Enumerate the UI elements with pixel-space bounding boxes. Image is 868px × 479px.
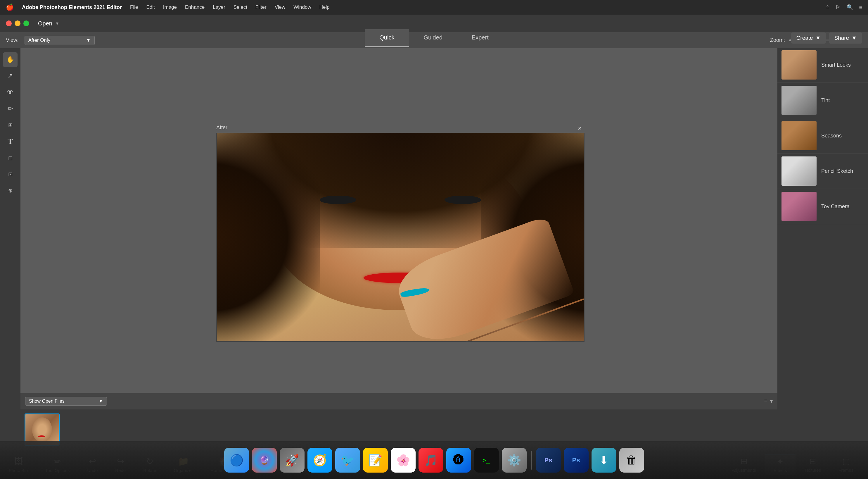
effect-thumb-smart-looks <box>781 50 816 80</box>
view-value: After Only <box>28 37 51 43</box>
tool-straighten[interactable]: ↗ <box>3 69 18 83</box>
show-open-files-arrow: ▼ <box>98 398 103 404</box>
music-icon: 🎵 <box>424 454 438 467</box>
effect-item-smart-looks[interactable]: Smart Looks <box>777 48 868 83</box>
dock-pse-blue[interactable]: Ps <box>564 448 589 473</box>
left-tool-panel: ✋ ↗ 👁 ✏ ⊞ T ◻ ⊡ ⊕ <box>0 48 21 450</box>
effect-item-seasons[interactable]: Seasons <box>777 118 868 153</box>
menu-edit[interactable]: Edit <box>146 4 155 10</box>
tool-eraser[interactable]: ◻ <box>3 151 18 165</box>
show-open-files-value: Show Open Files <box>29 398 65 404</box>
effect-item-tint[interactable]: Tint <box>777 83 868 118</box>
dock-safari[interactable]: 🧭 <box>307 448 332 473</box>
menu-window[interactable]: Window <box>293 4 311 10</box>
create-button[interactable]: Create ▼ <box>791 32 826 43</box>
tool-crop[interactable]: ⊞ <box>3 118 18 132</box>
create-arrow: ▼ <box>815 35 821 41</box>
flag-icon: 🏳 <box>836 4 841 10</box>
tab-guided[interactable]: Guided <box>409 29 457 47</box>
tab-expert[interactable]: Expert <box>457 29 503 47</box>
menu-help[interactable]: Help <box>319 4 330 10</box>
search-menubar-icon[interactable]: 🔍 <box>847 4 853 10</box>
dock-music[interactable]: 🎵 <box>418 448 443 473</box>
view-dropdown[interactable]: After Only ▼ <box>25 36 95 45</box>
effect-label-seasons: Seasons <box>821 133 842 139</box>
photo-bin-icons: ≡ ▾ <box>764 398 773 405</box>
open-dropdown-arrow: ▼ <box>55 21 59 26</box>
share-button[interactable]: Share ▼ <box>829 32 862 43</box>
photos-icon: 🌸 <box>396 454 410 467</box>
dock-siri[interactable]: 🔮 <box>252 448 277 473</box>
dock-rocketship[interactable]: 🚀 <box>280 448 305 473</box>
minimize-window-button[interactable] <box>14 21 21 26</box>
menu-layer[interactable]: Layer <box>213 4 225 10</box>
eye-left <box>320 196 356 204</box>
terminal-icon: >_ <box>483 456 490 464</box>
effect-item-pencil-sketch[interactable]: Pencil Sketch <box>777 153 868 189</box>
maximize-window-button[interactable] <box>23 21 29 26</box>
tool-text[interactable]: T <box>3 134 18 149</box>
view-dropdown-arrow: ▼ <box>86 37 91 43</box>
dock-terminal[interactable]: >_ <box>474 448 499 473</box>
rocketship-icon: 🚀 <box>285 454 299 467</box>
controls-icon: ≡ <box>859 4 862 10</box>
appstore-icon: 🅐 <box>453 454 464 467</box>
tool-move[interactable]: ⊕ <box>3 183 18 198</box>
effect-item-toy-camera[interactable]: Toy Camera <box>777 189 868 224</box>
hair-left <box>216 133 320 341</box>
close-image-button[interactable]: × <box>578 125 582 132</box>
dock-appstore[interactable]: 🅐 <box>446 448 471 473</box>
open-button[interactable]: Open ▼ <box>38 20 59 27</box>
app-name: Adobe Photoshop Elements 2021 Editor <box>22 4 122 10</box>
dock-photos[interactable]: 🌸 <box>391 448 415 473</box>
apple-menu[interactable]: 🍎 <box>6 3 14 11</box>
tab-quick[interactable]: Quick <box>365 29 409 47</box>
effect-label-tint: Tint <box>821 97 830 103</box>
menu-select[interactable]: Select <box>234 4 247 10</box>
effect-label-pencil-sketch: Pencil Sketch <box>821 168 853 174</box>
effect-label-toy-camera: Toy Camera <box>821 204 849 210</box>
effect-label-smart-looks: Smart Looks <box>821 62 851 68</box>
title-bar: Open ▼ Quick Guided Expert Create ▼ Shar… <box>0 14 868 32</box>
eye-right <box>444 196 482 204</box>
dock-divider <box>531 451 532 470</box>
bin-list-icon[interactable]: ≡ <box>764 398 767 405</box>
dock-system-prefs[interactable]: ⚙️ <box>502 448 527 473</box>
effect-thumb-seasons <box>781 121 816 150</box>
close-window-button[interactable] <box>6 21 12 26</box>
menu-file[interactable]: File <box>130 4 138 10</box>
mode-tabs: Quick Guided Expert <box>365 29 503 47</box>
dock-mail-bird[interactable]: 🐦 <box>335 448 360 473</box>
view-label: View: <box>6 37 19 43</box>
dock-downloader[interactable]: ⬇ <box>591 448 616 473</box>
dock-notes[interactable]: 📝 <box>363 448 388 473</box>
dock-trash[interactable]: 🗑 <box>619 448 644 473</box>
downloader-icon: ⬇ <box>599 454 609 467</box>
mail-icon: 🐦 <box>341 454 354 467</box>
dock-finder[interactable]: 🔵 <box>224 448 249 473</box>
menu-enhance[interactable]: Enhance <box>185 4 205 10</box>
right-effects-panel: Effects ☁ ? Smart Looks Tint Seasons Pen… <box>777 32 868 450</box>
dock-pse-dark[interactable]: Ps <box>536 448 561 473</box>
traffic-lights <box>6 21 29 26</box>
notes-icon: 📝 <box>369 454 382 467</box>
menu-filter[interactable]: Filter <box>255 4 267 10</box>
pse-blue-icon: Ps <box>572 456 580 464</box>
tool-hand[interactable]: ✋ <box>3 52 18 67</box>
tool-brush[interactable]: ✏ <box>3 101 18 116</box>
menu-view[interactable]: View <box>275 4 285 10</box>
zoom-label: Zoom: <box>770 37 785 43</box>
show-open-files-dropdown[interactable]: Show Open Files ▼ <box>25 397 107 406</box>
bin-grid-icon[interactable]: ▾ <box>770 398 773 405</box>
tool-transform[interactable]: ⊡ <box>3 167 18 182</box>
canvas-area: After × <box>21 48 777 422</box>
safari-icon: 🧭 <box>313 454 327 467</box>
siri-icon: 🔮 <box>259 455 270 465</box>
image-wrapper: After × <box>216 133 582 337</box>
macos-dock: 🔵 🔮 🚀 🧭 🐦 📝 🌸 🎵 🅐 >_ ⚙️ Ps Ps ⬇ 🗑 <box>0 441 868 479</box>
menu-image[interactable]: Image <box>163 4 177 10</box>
tool-eye[interactable]: 👁 <box>3 85 18 100</box>
photo-bin-toolbar: Show Open Files ▼ ≡ ▾ <box>21 393 777 410</box>
effect-thumb-tint <box>781 86 816 115</box>
open-label: Open <box>38 20 52 27</box>
